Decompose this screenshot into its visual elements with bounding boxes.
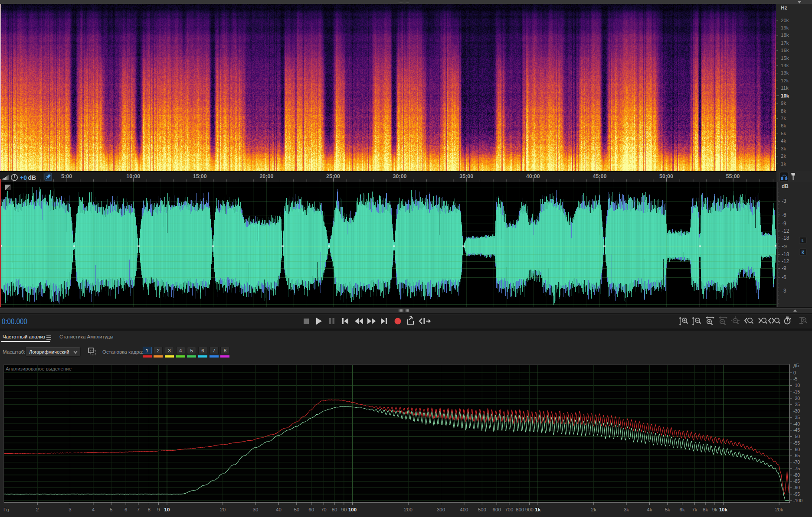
svg-text:70: 70 (321, 507, 327, 512)
svg-text:100: 100 (348, 507, 357, 512)
svg-text:30:00: 30:00 (393, 173, 407, 179)
svg-text:600: 600 (493, 507, 501, 512)
svg-text:-3: -3 (782, 198, 786, 204)
svg-text:1k: 1k (781, 161, 786, 166)
svg-text:-95: -95 (793, 491, 800, 497)
svg-text:17k: 17k (781, 40, 789, 46)
svg-text:-18: -18 (782, 235, 789, 241)
svg-text:90: 90 (341, 507, 347, 512)
svg-text:6k: 6k (680, 507, 685, 512)
svg-text:-100: -100 (793, 498, 802, 503)
svg-text:-75: -75 (793, 466, 800, 471)
svg-text:40:00: 40:00 (526, 173, 540, 179)
svg-text:12k: 12k (781, 78, 789, 83)
svg-text:7k: 7k (781, 116, 786, 121)
svg-text:8k: 8k (703, 507, 708, 512)
svg-text:25:00: 25:00 (326, 173, 340, 179)
svg-text:-18: -18 (782, 251, 789, 257)
svg-text:5: 5 (110, 507, 112, 512)
svg-text:L: L (802, 238, 805, 243)
svg-text:2k: 2k (781, 153, 786, 159)
svg-text:11k: 11k (781, 85, 789, 91)
svg-text:9k: 9k (712, 507, 717, 512)
svg-text:-3: -3 (782, 288, 786, 294)
svg-text:2: 2 (36, 507, 39, 512)
svg-text:Гц: Гц (3, 507, 9, 512)
svg-text:19k: 19k (781, 25, 789, 30)
svg-text:30: 30 (253, 507, 259, 512)
svg-text:Hz: Hz (781, 5, 787, 11)
svg-text:16k: 16k (781, 48, 789, 53)
svg-text:6k: 6k (781, 123, 786, 128)
svg-text:5k: 5k (665, 507, 670, 512)
svg-text:45:00: 45:00 (593, 173, 606, 179)
svg-text:10:00: 10:00 (126, 173, 140, 179)
svg-text:20:00: 20:00 (259, 173, 273, 179)
svg-text:7: 7 (137, 507, 140, 512)
svg-text:-80: -80 (793, 472, 800, 478)
svg-text:-25: -25 (793, 402, 800, 407)
svg-text:10k: 10k (781, 93, 789, 98)
svg-text:500: 500 (478, 507, 486, 512)
svg-text:400: 400 (460, 507, 468, 512)
svg-text:-15: -15 (793, 389, 800, 394)
svg-text:-55: -55 (793, 440, 800, 445)
svg-text:55:00: 55:00 (726, 173, 740, 179)
svg-text:-9: -9 (782, 221, 786, 227)
svg-text:7k: 7k (692, 507, 697, 512)
svg-text:-40: -40 (793, 421, 800, 426)
svg-text:4k: 4k (781, 138, 786, 143)
svg-text:dB: dB (782, 183, 789, 189)
svg-text:15k: 15k (781, 55, 789, 61)
svg-text:-12: -12 (782, 228, 789, 234)
svg-text:-50: -50 (793, 434, 800, 439)
svg-text:Анализированое выделение: Анализированое выделение (6, 366, 72, 371)
svg-text:К: К (802, 250, 805, 255)
svg-text:-45: -45 (793, 427, 800, 432)
svg-text:-6: -6 (782, 274, 786, 280)
svg-text:700: 700 (505, 507, 513, 512)
svg-text:3: 3 (69, 507, 71, 512)
svg-text:1k: 1k (535, 507, 541, 512)
svg-text:9: 9 (157, 507, 160, 512)
svg-text:-9: -9 (782, 265, 786, 271)
svg-text:35:00: 35:00 (459, 173, 473, 179)
svg-text:2k: 2k (591, 507, 596, 512)
svg-text:dB: dB (28, 174, 36, 181)
svg-text:9k: 9k (781, 101, 786, 106)
svg-text:20k: 20k (781, 18, 789, 23)
svg-text:4k: 4k (647, 507, 652, 512)
svg-text:-85: -85 (793, 478, 800, 484)
svg-text:-30: -30 (793, 408, 800, 413)
svg-text:0: 0 (793, 370, 796, 375)
svg-text:50: 50 (294, 507, 299, 512)
svg-text:40: 40 (276, 507, 282, 512)
svg-text:3k: 3k (781, 146, 786, 151)
svg-text:18k: 18k (781, 33, 789, 38)
svg-text:13k: 13k (781, 70, 789, 75)
svg-text:10k: 10k (719, 507, 728, 512)
svg-text:900: 900 (525, 507, 534, 512)
svg-text:800: 800 (516, 507, 524, 512)
svg-text:-20: -20 (793, 396, 800, 401)
svg-text:60: 60 (308, 507, 314, 512)
svg-text:-12: -12 (782, 258, 789, 264)
svg-text:-70: -70 (793, 459, 800, 465)
svg-text:-35: -35 (793, 415, 800, 420)
svg-text:4: 4 (92, 507, 95, 512)
svg-text:200: 200 (404, 507, 413, 512)
svg-text:15:00: 15:00 (193, 173, 207, 179)
svg-text:дБ: дБ (793, 363, 799, 368)
svg-text:80: 80 (332, 507, 337, 512)
svg-text:-60: -60 (793, 447, 800, 452)
svg-text:5k: 5k (781, 131, 786, 136)
svg-text:-∞: -∞ (782, 243, 787, 249)
svg-text:-6: -6 (782, 212, 786, 218)
svg-text:-5: -5 (793, 376, 797, 381)
svg-text:+0: +0 (20, 174, 27, 181)
svg-text:14k: 14k (781, 63, 789, 68)
svg-text:-65: -65 (793, 453, 800, 458)
svg-text:6: 6 (124, 507, 127, 512)
svg-text:50:00: 50:00 (659, 173, 673, 179)
svg-text:-10: -10 (793, 383, 800, 388)
